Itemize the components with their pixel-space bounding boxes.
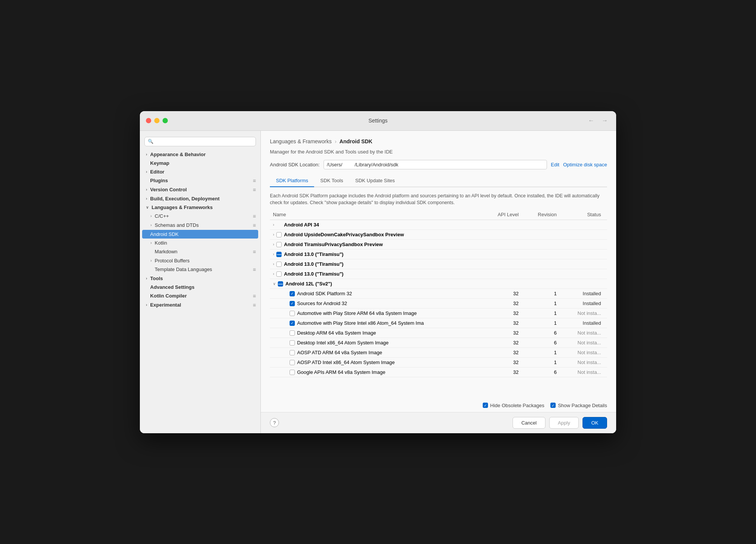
table-row[interactable]: ✓Android SDK Platform 32321Installed <box>270 289 607 299</box>
table-row[interactable]: ›Android 13.0 ("Tiramisu") <box>270 259 607 269</box>
row-status: Not insta... <box>563 338 607 348</box>
cancel-button[interactable]: Cancel <box>513 417 545 429</box>
show-package-check[interactable]: ✓ Show Package Details <box>550 403 607 408</box>
sidebar-item-languages[interactable]: ∨Languages & Frameworks <box>140 203 260 212</box>
sidebar-item-cpp[interactable]: ›C/C++≡ <box>140 212 260 221</box>
sidebar-item-keymap[interactable]: ›Keymap <box>140 159 260 167</box>
tab-sdk-update-sites[interactable]: SDK Update Sites <box>349 175 401 187</box>
nav-back-button[interactable]: ← <box>586 116 596 125</box>
sidebar-badge: ≡ <box>253 249 256 255</box>
close-button[interactable] <box>146 118 151 123</box>
table-row[interactable]: Google APIs ARM 64 v8a System Image326No… <box>270 367 607 377</box>
sidebar-item-plugins[interactable]: ›Plugins≡ <box>140 176 260 185</box>
row-expand-icon[interactable]: ∨ <box>273 282 276 286</box>
row-checkbox[interactable]: ✓ <box>290 291 295 296</box>
table-row[interactable]: Automotive with Play Store ARM 64 v8a Sy… <box>270 308 607 318</box>
bottom-buttons: Cancel Apply OK <box>513 417 607 429</box>
sidebar-item-version-control[interactable]: ›Version Control≡ <box>140 185 260 194</box>
row-api <box>484 230 525 240</box>
table-row[interactable]: ✓Sources for Android 32321Installed <box>270 299 607 308</box>
table-row[interactable]: Desktop Intel x86_64 Atom System Image32… <box>270 338 607 348</box>
breadcrumb-parent: Languages & Frameworks <box>270 138 332 144</box>
row-api <box>484 279 525 289</box>
breadcrumb: Languages & Frameworks › Android SDK <box>270 138 607 144</box>
row-api: 32 <box>484 318 525 328</box>
row-checkbox[interactable] <box>276 242 282 247</box>
hide-obsolete-check[interactable]: ✓ Hide Obsolete Packages <box>483 403 544 408</box>
expand-icon: › <box>150 223 152 227</box>
table-row[interactable]: AOSP ATD ARM 64 v8a System Image321Not i… <box>270 348 607 358</box>
sidebar-item-schemas[interactable]: ›Schemas and DTDs≡ <box>140 221 260 230</box>
sidebar-item-label: Languages & Frameworks <box>152 205 213 210</box>
row-name-text: Android API 34 <box>284 222 319 228</box>
table-row[interactable]: ›Android 13.0 ("Tiramisu") <box>270 269 607 279</box>
bottom-bar: ? Cancel Apply OK <box>261 412 616 433</box>
table-row[interactable]: Desktop ARM 64 v8a System Image326Not in… <box>270 328 607 338</box>
row-revision <box>525 230 563 240</box>
show-package-checkbox[interactable]: ✓ <box>550 403 556 408</box>
row-checkbox[interactable] <box>290 330 295 336</box>
tab-sdk-platforms[interactable]: SDK Platforms <box>270 175 314 187</box>
row-expand-icon[interactable]: › <box>273 252 274 256</box>
sdk-table: Name API Level Revision Status ›Android … <box>270 209 607 377</box>
edit-button[interactable]: Edit <box>551 162 559 167</box>
apply-button[interactable]: Apply <box>549 417 579 429</box>
sidebar-item-editor[interactable]: ›Editor <box>140 167 260 176</box>
help-button[interactable]: ? <box>270 418 279 427</box>
row-expand-icon[interactable]: › <box>273 232 274 237</box>
table-row[interactable]: ∨—Android 12L ("Sv2") <box>270 279 607 289</box>
optimize-disk-button[interactable]: Optimize disk space <box>563 162 607 167</box>
sidebar-item-label: Protocol Buffers <box>155 258 189 263</box>
sidebar-item-advanced-settings[interactable]: ›Advanced Settings <box>140 283 260 291</box>
row-checkbox[interactable] <box>290 360 295 365</box>
table-row[interactable]: ›Android API 34 <box>270 220 607 230</box>
sidebar-item-protocol-buffers[interactable]: ›Protocol Buffers <box>140 256 260 265</box>
row-checkbox[interactable] <box>290 350 295 355</box>
row-status: Not insta... <box>563 358 607 367</box>
row-name-text: Android TiramisuPrivacySandbox Preview <box>284 242 383 247</box>
row-expand-icon[interactable]: › <box>273 262 274 266</box>
row-expand-icon[interactable]: › <box>273 272 274 276</box>
ok-button[interactable]: OK <box>582 417 607 429</box>
table-row[interactable]: ✓Automotive with Play Store Intel x86 At… <box>270 318 607 328</box>
row-checkbox[interactable] <box>276 271 282 277</box>
tab-sdk-tools[interactable]: SDK Tools <box>314 175 349 187</box>
hide-obsolete-checkbox[interactable]: ✓ <box>483 403 488 408</box>
row-expand-icon[interactable]: › <box>273 242 274 246</box>
row-checkbox[interactable] <box>276 262 282 267</box>
sidebar-item-markdown[interactable]: ›Markdown≡ <box>140 247 260 256</box>
expand-icon: › <box>146 170 147 174</box>
sidebar-badge: ≡ <box>253 293 256 299</box>
search-input[interactable] <box>155 139 253 144</box>
row-revision: 6 <box>525 328 563 338</box>
sidebar-item-experimental[interactable]: ›Experimental≡ <box>140 301 260 310</box>
table-row[interactable]: ›Android TiramisuPrivacySandbox Preview <box>270 240 607 250</box>
row-checkbox[interactable]: — <box>276 252 282 257</box>
expand-icon: › <box>146 197 147 201</box>
row-status <box>563 259 607 269</box>
table-row[interactable]: ›—Android 13.0 ("Tiramisu") <box>270 250 607 259</box>
row-checkbox[interactable]: ✓ <box>290 301 295 306</box>
sidebar-item-kotlin-compiler[interactable]: ›Kotlin Compiler≡ <box>140 291 260 301</box>
row-checkbox[interactable] <box>290 340 295 346</box>
sidebar-item-build[interactable]: ›Build, Execution, Deployment <box>140 194 260 203</box>
sidebar-item-tools[interactable]: ›Tools <box>140 274 260 283</box>
row-checkbox[interactable] <box>276 232 282 237</box>
sidebar-item-android-sdk[interactable]: ›Android SDK <box>142 230 258 239</box>
search-box[interactable]: 🔍 <box>144 137 256 146</box>
row-checkbox[interactable] <box>290 370 295 375</box>
sidebar-item-template-data[interactable]: ›Template Data Languages≡ <box>140 265 260 274</box>
row-checkbox[interactable]: ✓ <box>290 321 295 326</box>
table-container[interactable]: Each Android SDK Platform package includ… <box>261 189 616 399</box>
row-checkbox[interactable]: — <box>278 281 283 287</box>
table-row[interactable]: ›Android UpsideDownCakePrivacySandbox Pr… <box>270 230 607 240</box>
sdk-path-input[interactable] <box>324 160 547 169</box>
minimize-button[interactable] <box>154 118 160 123</box>
row-expand-icon[interactable]: › <box>273 223 274 227</box>
maximize-button[interactable] <box>163 118 168 123</box>
sidebar-item-appearance[interactable]: ›Appearance & Behavior <box>140 150 260 159</box>
row-checkbox[interactable] <box>290 311 295 316</box>
sidebar-item-kotlin[interactable]: ›Kotlin <box>140 239 260 247</box>
nav-forward-button[interactable]: → <box>600 116 610 125</box>
table-row[interactable]: AOSP ATD Intel x86_64 Atom System Image3… <box>270 358 607 367</box>
